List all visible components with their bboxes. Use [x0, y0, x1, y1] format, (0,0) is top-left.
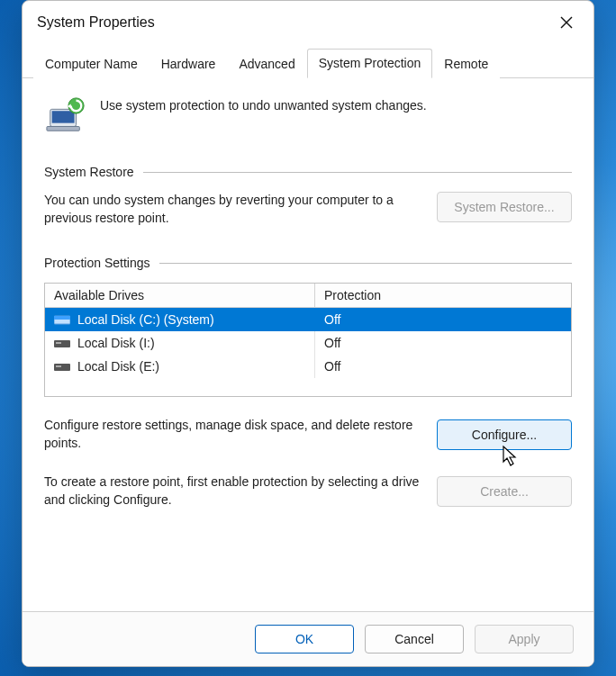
intro-text: Use system protection to undo unwanted s…	[100, 95, 427, 113]
group-protection-settings: Protection Settings Available Drives Pro…	[44, 256, 572, 509]
titlebar: System Properties	[23, 1, 593, 42]
drive-protection: Off	[315, 331, 571, 355]
tab-advanced[interactable]: Advanced	[227, 50, 306, 78]
drives-header-row: Available Drives Protection	[45, 284, 571, 308]
drive-protection: Off	[315, 355, 571, 378]
drive-row[interactable]: Local Disk (C:) (System) Off	[45, 308, 571, 331]
divider	[159, 263, 572, 264]
system-restore-button[interactable]: System Restore...	[437, 192, 572, 222]
svg-rect-10	[56, 342, 61, 344]
drive-name: Local Disk (E:)	[77, 359, 159, 374]
tab-hardware[interactable]: Hardware	[149, 50, 228, 78]
drive-icon	[54, 337, 70, 349]
configure-description: Configure restore settings, manage disk …	[44, 417, 421, 452]
drive-name: Local Disk (I:)	[77, 336, 155, 350]
group-header-restore: System Restore	[44, 165, 572, 179]
svg-rect-3	[52, 111, 75, 122]
group-title-protection: Protection Settings	[44, 256, 150, 270]
divider	[143, 172, 572, 173]
system-protection-icon	[44, 95, 87, 138]
create-restore-point-button[interactable]: Create...	[437, 476, 572, 507]
ok-button[interactable]: OK	[255, 625, 354, 653]
dialog-footer: OK Cancel Apply	[23, 611, 593, 666]
configure-button[interactable]: Configure...	[437, 419, 572, 450]
tab-computer-name[interactable]: Computer Name	[33, 50, 149, 78]
group-title-restore: System Restore	[44, 165, 134, 179]
create-description: To create a restore point, first enable …	[44, 473, 421, 509]
drive-row[interactable]: Local Disk (E:) Off	[45, 355, 571, 378]
tab-remote[interactable]: Remote	[432, 50, 500, 78]
apply-button[interactable]: Apply	[475, 625, 574, 653]
drives-listbox[interactable]: Available Drives Protection	[44, 283, 572, 397]
desktop-background: System Properties Computer Name Hardware…	[0, 0, 616, 676]
tab-system-protection[interactable]: System Protection	[307, 49, 433, 78]
cancel-button[interactable]: Cancel	[365, 625, 464, 653]
drive-name: Local Disk (C:) (System)	[77, 312, 214, 327]
svg-rect-12	[56, 365, 61, 367]
tab-content: Use system protection to undo unwanted s…	[23, 78, 593, 611]
system-properties-window: System Properties Computer Name Hardware…	[22, 0, 594, 667]
window-title: System Properties	[37, 14, 155, 31]
restore-description: You can undo system changes by reverting…	[44, 192, 421, 227]
column-header-protection[interactable]: Protection	[315, 284, 571, 307]
tab-bar: Computer Name Hardware Advanced System P…	[23, 48, 593, 78]
column-header-drives[interactable]: Available Drives	[45, 284, 315, 307]
drives-body: Local Disk (C:) (System) Off	[45, 308, 571, 396]
drive-row[interactable]: Local Disk (I:) Off	[45, 331, 571, 355]
drive-system-icon	[54, 313, 70, 326]
group-header-protection: Protection Settings	[44, 256, 572, 270]
svg-rect-4	[47, 127, 79, 131]
close-button[interactable]	[554, 10, 579, 35]
intro-row: Use system protection to undo unwanted s…	[44, 95, 572, 138]
drive-protection: Off	[315, 308, 571, 331]
group-system-restore: System Restore You can undo system chang…	[44, 165, 572, 227]
svg-rect-8	[54, 316, 70, 320]
drive-icon	[54, 360, 70, 373]
close-icon	[560, 16, 573, 29]
